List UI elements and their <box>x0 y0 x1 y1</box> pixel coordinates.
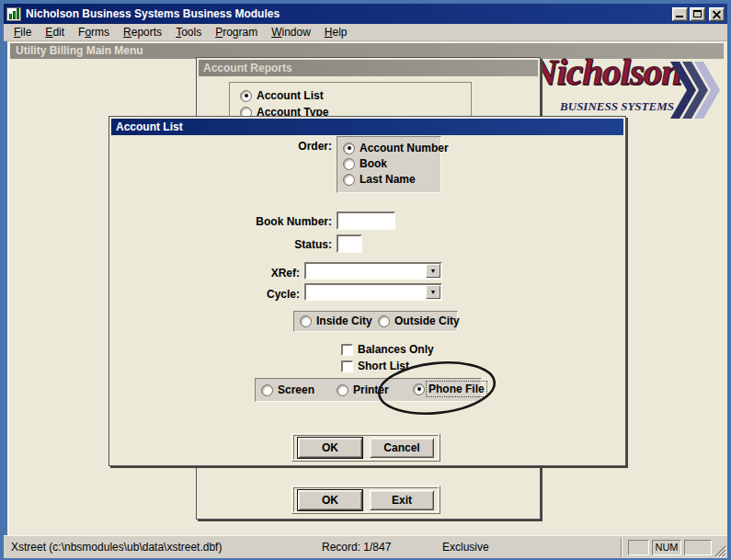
status-record: Record: 1/847 <box>322 541 391 554</box>
menu-window[interactable]: Window <box>265 24 318 41</box>
radio-account-number[interactable]: Account Number <box>343 142 449 154</box>
account-list-title-bar[interactable]: Account List <box>111 119 623 135</box>
application-window: Nicholson Business Systems Business Modu… <box>0 0 731 560</box>
resize-grip[interactable] <box>714 545 726 557</box>
output-group-box: Screen Printer Phone File <box>255 378 482 402</box>
balances-only-checkbox[interactable]: Balances Only <box>341 343 434 356</box>
radio-label: Phone File <box>427 382 486 396</box>
status-input[interactable] <box>337 234 362 253</box>
menu-file[interactable]: File <box>7 24 39 41</box>
radio-label: Printer <box>353 383 389 396</box>
status-num-indicator: NUM <box>652 540 681 555</box>
reports-button-panel: OK Exit <box>291 486 440 514</box>
book-number-label: Book Number: <box>220 215 332 228</box>
checkbox-label: Short List <box>358 360 409 372</box>
xref-label: XRef: <box>220 267 300 280</box>
book-number-input[interactable] <box>337 211 395 230</box>
account-list-cancel-button[interactable]: Cancel <box>370 438 434 458</box>
radio-inside-city[interactable]: Inside City <box>300 314 372 327</box>
logo-tagline: BUSINESS SYSTEMS <box>547 99 674 114</box>
radio-label: Outside City <box>394 314 460 327</box>
chevrons-icon <box>670 61 724 120</box>
order-group-box: Account Number Book Last Name <box>337 136 441 193</box>
maximize-icon <box>693 10 702 17</box>
order-label: Order: <box>247 140 332 153</box>
radio-label: Account List <box>257 89 324 102</box>
status-bar: Xstreet (c:\nbsmodules\ub\data\xstreet.d… <box>4 535 727 558</box>
menu-tools[interactable]: Tools <box>169 24 209 41</box>
cycle-dropdown-button[interactable]: ▼ <box>426 285 440 299</box>
radio-last-name[interactable]: Last Name <box>343 173 416 186</box>
xref-dropdown-button[interactable]: ▼ <box>426 264 440 278</box>
radio-icon <box>261 384 273 396</box>
window-title: Nicholson Business Systems Business Modu… <box>26 7 280 20</box>
xref-combobox[interactable]: ▼ <box>304 262 442 280</box>
status-divider <box>621 538 622 557</box>
status-label: Status: <box>220 238 332 251</box>
radio-label: Last Name <box>360 173 416 186</box>
close-button[interactable] <box>709 7 725 21</box>
reports-exit-button[interactable]: Exit <box>370 490 434 510</box>
bar-chart-icon <box>6 7 21 21</box>
radio-icon <box>337 384 348 396</box>
menu-bar: File Edit Forms Reports Tools Program Wi… <box>4 24 727 41</box>
checkbox-icon <box>341 360 353 372</box>
radio-label: Account Number <box>360 142 449 154</box>
account-reports-title-bar[interactable]: Account Reports <box>199 60 538 76</box>
minimize-button[interactable] <box>672 7 688 21</box>
checkbox-label: Balances Only <box>358 343 434 356</box>
menu-help[interactable]: Help <box>318 24 355 41</box>
status-access-mode: Exclusive <box>442 541 489 554</box>
cycle-value[interactable] <box>306 285 426 299</box>
chevron-down-icon: ▼ <box>430 268 437 274</box>
menu-program[interactable]: Program <box>209 24 265 41</box>
chevron-down-icon: ▼ <box>430 289 437 295</box>
status-file-info: Xstreet (c:\nbsmodules\ub\data\xstreet.d… <box>11 541 222 554</box>
menu-edit[interactable]: Edit <box>39 24 72 41</box>
radio-icon <box>343 158 355 170</box>
reports-ok-button[interactable]: OK <box>298 490 362 510</box>
checkbox-icon <box>341 344 353 356</box>
maximize-button[interactable] <box>690 7 705 21</box>
radio-label: Book <box>360 157 387 170</box>
status-cell-empty-2 <box>684 540 712 555</box>
radio-selected-icon <box>413 383 425 395</box>
window-controls <box>672 7 727 21</box>
radio-book[interactable]: Book <box>343 157 387 170</box>
radio-icon <box>343 174 355 186</box>
account-list-dialog: Account List Order: Account Number Book … <box>109 116 626 466</box>
radio-selected-icon <box>343 143 355 154</box>
radio-label: Screen <box>278 383 314 396</box>
account-list-button-panel: OK Cancel <box>291 433 440 462</box>
menu-reports[interactable]: Reports <box>117 24 169 41</box>
radio-account-list[interactable]: Account List <box>240 89 324 102</box>
close-icon <box>713 10 721 18</box>
minimize-icon <box>676 16 683 17</box>
radio-selected-icon <box>240 90 252 102</box>
radio-icon <box>378 315 390 327</box>
cycle-combobox[interactable]: ▼ <box>304 283 442 301</box>
short-list-checkbox[interactable]: Short List <box>341 360 409 372</box>
logo-wordmark: Nicholson <box>531 50 678 94</box>
status-cell-empty-1 <box>628 540 649 555</box>
radio-label: Inside City <box>316 314 372 327</box>
title-bar[interactable]: Nicholson Business Systems Business Modu… <box>4 4 727 24</box>
menu-forms[interactable]: Forms <box>72 24 117 41</box>
account-list-ok-button[interactable]: OK <box>298 438 362 458</box>
radio-screen[interactable]: Screen <box>261 383 314 396</box>
radio-phone-file[interactable]: Phone File <box>413 382 486 396</box>
radio-printer[interactable]: Printer <box>337 383 389 396</box>
cycle-label: Cycle: <box>220 288 300 301</box>
radio-outside-city[interactable]: Outside City <box>378 314 460 327</box>
radio-icon <box>300 315 312 327</box>
city-group-box: Inside City Outside City <box>293 311 458 332</box>
xref-value[interactable] <box>306 264 426 278</box>
